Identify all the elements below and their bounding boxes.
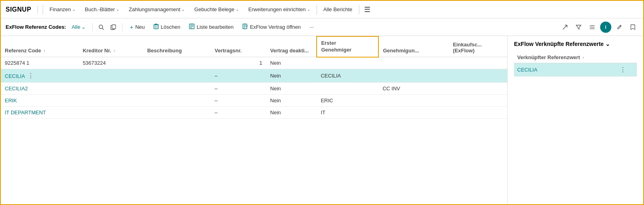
cell-genehmigung (378, 107, 449, 119)
cell-referenz-code: 9225874 1 (1, 57, 79, 69)
table-row: IT DEPARTMENT – Nein IT (1, 107, 507, 119)
cell-referenz-code: CECILIA2 (1, 83, 79, 95)
chevron-down-icon: ⌄ (116, 7, 119, 12)
col-header-erster-genehmiger: ErsterGenehmiger (317, 36, 378, 57)
cell-kreditor-nr (79, 69, 143, 83)
cell-beschreibung (143, 57, 211, 69)
chevron-down-icon: ⌄ (72, 7, 75, 12)
chevron-down-icon: ⌄ (605, 41, 610, 47)
nav-item-alle-berichte[interactable]: Alle Berichte (319, 1, 357, 18)
nav-item-finanzen[interactable]: Finanzen ⌄ (45, 1, 80, 18)
chevron-down-icon: ⌄ (181, 7, 185, 12)
col-header-vertragsnr: Vertragsnr. (211, 36, 266, 57)
erik-link[interactable]: ERIK (5, 98, 17, 103)
bookmark-button[interactable] (627, 22, 638, 33)
row-context-menu-button[interactable]: ⋮ (618, 66, 628, 74)
col-header-genehmigung: Genehmigun... (378, 36, 449, 57)
svg-line-1 (102, 28, 104, 30)
hamburger-menu-button[interactable]: ☰ (361, 5, 374, 14)
it-department-link[interactable]: IT DEPARTMENT (5, 109, 46, 115)
svg-rect-3 (112, 25, 116, 29)
cell-erster-genehmiger: CECILIA (317, 69, 378, 83)
open-contract-button[interactable]: ExFlow Vertrag öffnen (238, 22, 305, 32)
nav-item-gebuchte-belege[interactable]: Gebuchte Belege ⌄ (189, 1, 243, 18)
cell-einkaufsc (449, 95, 507, 107)
col-header-kreditor-nr: Kreditor Nr. ↑ (79, 36, 143, 57)
edit-list-button[interactable]: Liste bearbeiten (185, 22, 238, 32)
cell-vertragsnr: 1 (211, 57, 266, 69)
cecilia2-link[interactable]: CECILIA2 (5, 86, 28, 92)
row-context-menu-button[interactable]: ⋮ (26, 72, 35, 80)
table-row: ERIK – Nein ERIC (1, 95, 507, 107)
nav-divider-2 (317, 5, 317, 14)
cell-vertrag-deakti: Nein (266, 57, 317, 69)
cell-beschreibung (143, 69, 211, 83)
cell-kreditor-nr (79, 107, 143, 119)
nav-item-zahlungsmanagement[interactable]: Zahlungsmanagement ⌄ (124, 1, 189, 18)
side-panel-list-item: CECILIA ⋮ (514, 63, 637, 77)
cell-genehmigung (378, 69, 449, 83)
cell-genehmigung: CC INV (378, 83, 449, 95)
new-button[interactable]: + Neu (126, 22, 149, 32)
svg-rect-4 (154, 25, 158, 29)
chevron-down-icon: ⌄ (236, 7, 239, 12)
more-button[interactable]: ··· (305, 22, 318, 32)
cell-vertrag-deakti: Nein (266, 69, 317, 83)
info-button[interactable]: i (600, 22, 611, 33)
referenz-codes-table: Referenz Code ↑ Kreditor Nr. ↑ Beschreib… (1, 36, 507, 119)
cell-referenz-code: CECILIA ⋮ (1, 69, 79, 83)
filter-icon-button[interactable] (573, 22, 584, 33)
delete-button[interactable]: Löschen (150, 22, 184, 32)
col-header-actions (615, 52, 637, 63)
col-header-referenz-code: Referenz Code ↑ (1, 36, 79, 57)
cell-kreditor-nr (79, 95, 143, 107)
side-panel-table: Verknüpfter Referenzwert ↑ CECILIA ⋮ (514, 52, 637, 77)
edit-list-icon (189, 24, 195, 30)
cell-beschreibung (143, 83, 211, 95)
main-content: Referenz Code ↑ Kreditor Nr. ↑ Beschreib… (1, 36, 643, 204)
side-panel: ExFlow Verknüpfte Referenzwerte ⌄ Verknü… (508, 36, 643, 204)
brand-logo: SIGNUP (6, 6, 38, 13)
cecilia-side-link[interactable]: CECILIA (517, 67, 538, 73)
toolbar-separator-1 (92, 23, 93, 31)
share-button[interactable] (559, 22, 571, 33)
cell-erster-genehmiger: IT (317, 107, 378, 119)
cell-beschreibung (143, 95, 211, 107)
cell-vertrag-deakti: Nein (266, 95, 317, 107)
side-panel-cell-actions: ⋮ (615, 63, 637, 77)
nav-item-buchblatter[interactable]: Buch.-Blätter ⌄ (80, 1, 124, 18)
cell-vertrag-deakti: Nein (266, 83, 317, 95)
cell-vertragsnr: – (211, 107, 266, 119)
toolbar-separator-2 (122, 23, 122, 31)
table-row: CECILIA2 – Nein CC INV (1, 83, 507, 95)
edit-icon-button[interactable] (614, 22, 625, 33)
cell-einkaufsc (449, 69, 507, 83)
cecilia-link[interactable]: CECILIA (5, 73, 25, 79)
side-panel-cell-value: CECILIA (514, 63, 615, 77)
filter-dropdown-button[interactable]: Alle ⌄ (69, 22, 89, 32)
search-button[interactable] (96, 22, 107, 33)
col-header-vertrag-deakti: Vertrag deakti... (266, 36, 317, 57)
cell-vertragsnr: – (211, 95, 266, 107)
cell-genehmigung (378, 57, 449, 69)
nav-item-erweiterungen[interactable]: Erweiterungen einrichten ⌄ (244, 1, 315, 18)
cell-genehmigung (378, 95, 449, 107)
contract-icon (242, 24, 248, 30)
toolbar: ExFlow Referenz Codes: Alle ⌄ + Neu (1, 18, 643, 36)
cell-einkaufsc (449, 57, 507, 69)
cell-beschreibung (143, 107, 211, 119)
cell-vertragsnr: – (211, 83, 266, 95)
table-area: Referenz Code ↑ Kreditor Nr. ↑ Beschreib… (1, 36, 508, 204)
cell-referenz-code: ERIK (1, 95, 79, 107)
table-row: 9225874 1 53673224 1 Nein (1, 57, 507, 69)
columns-icon-button[interactable] (587, 22, 598, 33)
copy-button[interactable] (108, 22, 119, 33)
table-header-row: Referenz Code ↑ Kreditor Nr. ↑ Beschreib… (1, 36, 507, 57)
chevron-down-icon: ⌄ (307, 7, 310, 12)
nav-divider (43, 5, 43, 14)
cell-kreditor-nr: 53673224 (79, 57, 143, 69)
cell-einkaufsc (449, 83, 507, 95)
col-header-einkaufsc: Einkaufsc...(ExFlow) (449, 36, 507, 57)
table-row: CECILIA ⋮ – Nein CECILIA (1, 69, 507, 83)
cell-erster-genehmiger (317, 83, 378, 95)
